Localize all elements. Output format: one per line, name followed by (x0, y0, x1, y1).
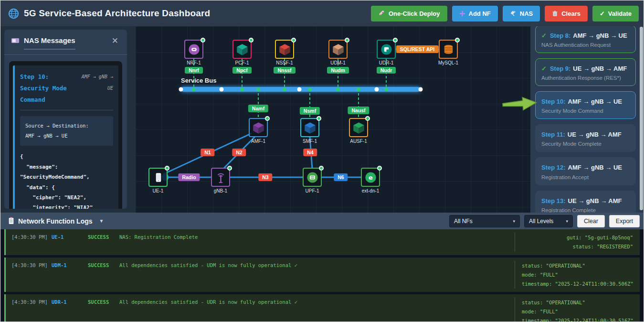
node-label: PCF-1 (235, 60, 249, 65)
node-ausf-1[interactable]: AUSF-1 (336, 118, 381, 144)
plus-icon (459, 11, 465, 17)
node-amf-1[interactable]: AMF-1 (235, 118, 281, 144)
button-add-nf[interactable]: Add NF (452, 6, 498, 21)
node-smf-1[interactable]: SMF-1 (287, 118, 333, 144)
link-badge-radio: Radio (178, 173, 200, 181)
nas-json-payload: { "message": "SecurityModeCommand", "dat… (20, 151, 113, 209)
step-number: Step 9: (550, 65, 570, 72)
step-card-8[interactable]: ✓Step 8:AMF → gNB → UENAS Authentication… (535, 26, 636, 53)
logs-collapse-icon[interactable]: ▼ (99, 218, 104, 224)
node-nrf-1[interactable]: NRF-1Nnrf (171, 40, 217, 74)
node-label: NSSF-1 (276, 60, 293, 65)
step-number: Step 12: (541, 164, 566, 171)
node-udm-1[interactable]: UDM-1Nudm (315, 40, 361, 74)
log-details: status: "OPERATIONAL"mode: "FULL"timesta… (515, 298, 635, 322)
node-label: AUSF-1 (350, 139, 367, 144)
log-timestamp: [4:30:30 PM] (11, 262, 52, 268)
step-card-12[interactable]: Step 12:AMF → gNB → UERegistration Accep… (535, 157, 636, 185)
logs-header: Network Function Logs ▼ All NFs ▾ All Le… (0, 213, 644, 229)
button-validate[interactable]: ✓Validate (592, 6, 639, 21)
link-badge-sql-rest-api: SQL/REST API (396, 45, 439, 53)
status-dot (291, 38, 296, 43)
step-description: Registration Accept (541, 174, 630, 180)
export-button[interactable]: Export (609, 215, 640, 227)
logs-title: Network Function Logs (18, 217, 93, 225)
node-ue-1[interactable]: UE-1 (136, 168, 181, 193)
chevron-down-icon: ▾ (513, 219, 515, 224)
clipboard-icon (8, 217, 14, 225)
step-route: UE → gNB → AMF (568, 131, 622, 138)
level-filter-select[interactable]: All Levels ▾ (524, 215, 573, 227)
node-label: gNB-1 (214, 188, 227, 193)
clear-button[interactable]: Clear (577, 215, 605, 227)
button-one-click-deploy[interactable]: One-Click Deploy (371, 6, 447, 21)
step-number: Step 13: (541, 197, 566, 204)
sba-badge-nausf: Nausf (348, 107, 369, 114)
step-card-13[interactable]: Step 13:UE → gNB → AMFRegistration Compl… (535, 191, 636, 213)
chat-icon (11, 37, 20, 49)
svg-text:e: e (369, 174, 373, 181)
nas-panel-title: NAS Messages (24, 36, 75, 50)
nas-message-title: Step 10: Security Mode Command (20, 71, 80, 105)
header-buttons: One-Click DeployAdd NFNASClears✓Validate (371, 6, 639, 21)
nf-filter-select[interactable]: All NFs ▾ (449, 215, 520, 227)
node-label: SMF-1 (303, 139, 317, 144)
node-ext-dn-1[interactable]: eext-dn-1 (348, 168, 393, 193)
sba-interface-badge: Nnssf (274, 67, 295, 74)
divider (20, 110, 113, 110)
status-dot (227, 166, 232, 171)
node-label: MySQL-1 (438, 60, 458, 65)
sba-interface-badge: Nnrf (185, 67, 203, 74)
header-bar: 5G Service-Based Architecture Dashboard … (0, 0, 644, 26)
status-dot (345, 38, 349, 43)
button-nas[interactable]: NAS (503, 6, 540, 21)
log-row-udr-1: [4:30:30 PM]UDR-1SUCCESSAll dependencies… (4, 294, 640, 322)
node-label: NRF-1 (187, 60, 201, 65)
node-label: AMF-1 (251, 139, 265, 144)
button-clears[interactable]: Clears (545, 6, 588, 21)
node-label: UDM-1 (330, 60, 346, 65)
sba-badge-namf: Namf (248, 105, 268, 112)
close-icon[interactable]: ✕ (110, 36, 120, 50)
step-description: Registration Complete (541, 207, 630, 213)
chevron-down-icon: ▾ (566, 219, 568, 224)
log-message: All dependencies satisfied - UDM is now … (119, 262, 297, 268)
sba-interface-badge: Nudr (377, 67, 396, 74)
node-udr-1[interactable]: UDR-1Nudr (363, 40, 409, 74)
nas-messages-panel: NAS Messages ✕ Step 10: Security Mode Co… (4, 30, 127, 209)
sba-interface-badge: Nudm (327, 67, 349, 74)
check-icon: ✓ (541, 32, 547, 39)
topology-canvas[interactable]: Service Bus NRF-1NnrfPCF-1NpcfNSSF-1Nnss… (136, 26, 530, 213)
step-card-10[interactable]: Step 10:AMF → gNB → UESecurity Mode Comm… (535, 91, 636, 119)
status-dot (377, 166, 382, 171)
step-description: NAS Authentication Request (541, 42, 630, 48)
step-description: Security Mode Command (541, 108, 630, 114)
steps-panel: ✓Step 8:AMF → gNB → UENAS Authentication… (530, 26, 644, 213)
source-destination-box: Source → Destination: AMF → gNB → UE (20, 116, 113, 146)
sba-interface-badge: Npcf (232, 67, 251, 74)
status-dot (317, 116, 321, 121)
status-dot (265, 116, 270, 121)
node-nssf-1[interactable]: NSSF-1Nnssf (262, 40, 307, 74)
page-title: 5G Service-Based Architecture Dashboard (24, 8, 210, 19)
link-badge-n6: N6 (334, 173, 348, 181)
main-area: NAS Messages ✕ Step 10: Security Mode Co… (0, 26, 644, 213)
log-details: guti: "5g-guti-8p5noq"status: "REGISTERE… (515, 233, 635, 252)
step-route: UE → gNB → AMF (573, 65, 627, 72)
source-destination-value: AMF → gNB → UE (25, 131, 108, 141)
step-description: Security Mode Complete (541, 141, 630, 147)
node-gnb-1[interactable]: gNB-1 (198, 168, 243, 193)
step-card-11[interactable]: Step 11:UE → gNB → AMFSecurity Mode Comp… (535, 124, 636, 152)
service-bus-label: Service Bus (181, 77, 216, 84)
node-upf-1[interactable]: UPF-1 (289, 168, 335, 193)
nas-panel-header: NAS Messages ✕ (4, 30, 127, 55)
source-destination-label: Source → Destination: (25, 121, 108, 131)
link-badge-n3: N3 (258, 173, 272, 181)
status-dot (455, 38, 460, 43)
step-number: Step 8: (550, 32, 570, 39)
steps-scrollbar[interactable] (640, 27, 643, 210)
step-card-9[interactable]: ✓Step 9:UE → gNB → AMFAuthentication Res… (535, 58, 636, 86)
trash-icon (552, 11, 558, 17)
status-dot (365, 116, 370, 121)
node-pcf-1[interactable]: PCF-1Npcf (219, 40, 265, 74)
